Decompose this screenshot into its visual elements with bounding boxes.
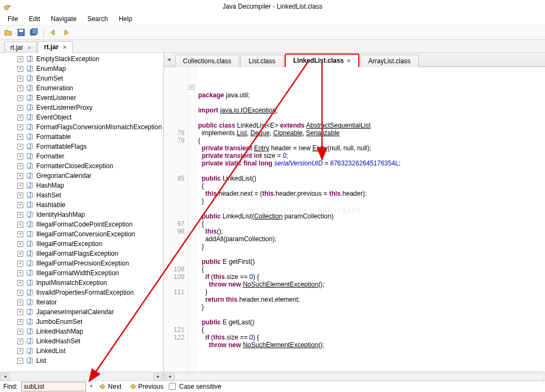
tree-expand-icon[interactable]: + [17,124,23,130]
tab-nav-left-icon[interactable]: ◄ [166,56,172,62]
tree-expand-icon[interactable]: + [17,56,23,62]
close-icon[interactable]: × [28,44,31,51]
tree-item[interactable]: +JEventListenerProxy [0,103,163,112]
tree-item[interactable]: +JFormatter [0,151,163,161]
tree-expand-icon[interactable]: + [17,338,23,344]
tree-expand-icon[interactable]: + [17,183,23,189]
tree-item[interactable]: +JHashSet [0,190,163,200]
tree-item[interactable]: +JEmptyStackException [0,54,163,64]
tree-expand-icon[interactable]: + [17,154,23,160]
tree-item[interactable]: +JIllegalFormatCodePointException [0,220,163,229]
editor-scroll-horizontal[interactable]: ◄ [164,371,545,381]
tree-expand-icon[interactable]: + [17,309,23,315]
editor-tab-linkedlist[interactable]: LinkedList.class× [285,54,359,67]
save-all-button[interactable] [28,26,40,38]
tree-expand-icon[interactable]: + [17,222,23,228]
tree-expand-icon[interactable]: + [17,241,23,247]
tree-item[interactable]: +JInvalidPropertiesFormatException [0,288,163,297]
editor-tab-collections[interactable]: Collections.class [175,55,239,67]
case-sensitive-checkbox[interactable] [169,383,176,390]
file-tab-rtjar-2[interactable]: rt.jar × [38,41,72,53]
tree-expand-icon[interactable]: + [17,261,23,267]
scroll-right-icon[interactable]: ► [154,373,163,381]
tree-expand-icon[interactable]: − [17,358,23,364]
menu-file[interactable]: File [2,14,23,24]
close-icon[interactable]: × [347,57,350,64]
fold-expand-icon[interactable]: + [189,85,194,90]
tree-expand-icon[interactable]: + [17,66,23,72]
tree-item[interactable]: +JLinkedHashSet [0,336,163,346]
tree-expand-icon[interactable]: + [17,300,23,305]
menu-help[interactable]: Help [113,14,137,24]
tree-expand-icon[interactable]: + [17,163,23,169]
forward-button[interactable] [60,26,72,38]
tree-item[interactable]: +JIllegalFormatWidthException [0,268,163,278]
tree-expand-icon[interactable]: + [17,134,23,140]
save-button[interactable] [15,26,27,38]
tree-item[interactable]: +JJumboEnumSet [0,317,163,327]
tree-item[interactable]: +JFormattable [0,132,163,142]
scroll-left-icon[interactable]: ◄ [165,373,174,381]
tree-item[interactable]: +JIllegalFormatConversionException [0,229,163,239]
tree-item[interactable]: +JEnumSet [0,74,163,83]
tree-expand-icon[interactable]: + [17,231,23,237]
svg-text:J: J [28,347,31,355]
back-button[interactable] [47,26,59,38]
open-file-button[interactable] [2,26,14,38]
tree-expand-icon[interactable]: + [17,251,23,257]
tree-item[interactable]: +JEnumMap [0,64,163,74]
tree-item[interactable]: +JEventListener [0,93,163,103]
tree-item[interactable]: +JFormatFlagsConversionMismatchException [0,122,163,132]
tree-item[interactable]: +JGregorianCalendar [0,171,163,181]
tree-item[interactable]: +JIllegalFormatFlagsException [0,249,163,258]
tree-item[interactable]: +JFormatterClosedException [0,161,163,171]
editor-tab-list[interactable]: List.class [240,55,283,67]
tree-item[interactable]: +JIllegalFormatException [0,239,163,249]
tree-item[interactable]: +JInputMismatchException [0,278,163,288]
dropdown-icon[interactable]: ▼ [89,384,94,389]
find-next-button[interactable]: Next [97,382,124,391]
menu-search[interactable]: Search [82,14,113,24]
tree-expand-icon[interactable]: + [17,202,23,208]
tree-item[interactable]: +JHashtable [0,200,163,210]
tree-item[interactable]: +JIdentityHashMap [0,210,163,220]
tree-item[interactable]: −JList [0,356,163,366]
tree-item[interactable]: +JFormattableFlags [0,142,163,151]
tree-item[interactable]: +JJapaneseImperialCalendar [0,307,163,317]
code-editor[interactable]: http://blog.csdn.net/makang456 package j… [196,67,545,371]
editor-tab-arraylist[interactable]: ArrayList.class [360,55,419,67]
tree-expand-icon[interactable]: + [17,329,23,335]
scroll-left-icon[interactable]: ◄ [1,373,10,381]
tree-expand-icon[interactable]: + [17,95,23,101]
close-icon[interactable]: × [63,44,66,50]
tree-expand-icon[interactable]: + [17,290,23,296]
package-tree[interactable]: +JEmptyStackException+JEnumMap+JEnumSet+… [0,53,163,371]
tree-item[interactable]: +JIterator [0,297,163,307]
tree-expand-icon[interactable]: + [17,212,23,218]
tree-item[interactable]: +JEnumeration [0,83,163,93]
tree-item[interactable]: +JLinkedHashMap [0,327,163,336]
tree-item[interactable]: +JIllegalFormatPrecisionException [0,258,163,268]
tree-expand-icon[interactable]: + [17,319,23,325]
tree-expand-icon[interactable]: + [17,115,23,121]
tree-expand-icon[interactable]: + [17,144,23,150]
tree-expand-icon[interactable]: + [17,280,23,286]
tree-expand-icon[interactable]: + [17,173,23,179]
tree-item[interactable]: +JHashMap [0,181,163,190]
tree-expand-icon[interactable]: + [17,85,23,91]
find-bar: Find: ▼ Next Previous Case sensitive [0,381,545,391]
sidebar-scroll-horizontal[interactable]: ◄ ► [0,371,163,381]
tree-item[interactable]: +JLinkedList [0,346,163,356]
tree-item-label: HashSet [36,191,61,199]
tree-expand-icon[interactable]: + [17,76,23,82]
tree-expand-icon[interactable]: + [17,105,23,111]
find-input[interactable] [21,382,86,391]
tree-expand-icon[interactable]: + [17,348,23,354]
tree-expand-icon[interactable]: + [17,270,23,276]
menu-edit[interactable]: Edit [23,14,45,24]
file-tab-rtjar-1[interactable]: rt.jar × [4,42,37,53]
menu-navigate[interactable]: Navigate [45,14,82,24]
tree-expand-icon[interactable]: + [17,192,23,198]
tree-item[interactable]: +JEventObject [0,112,163,122]
find-previous-button[interactable]: Previous [127,382,166,391]
